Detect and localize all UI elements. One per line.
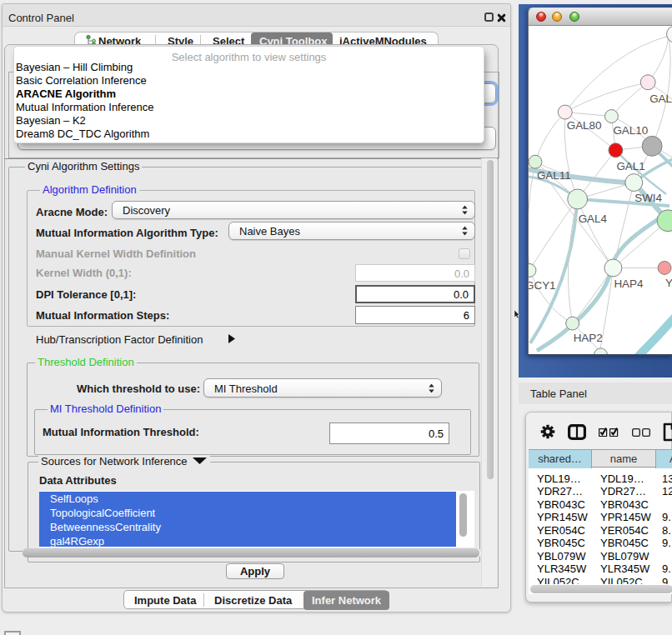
svg-text:GAL11: GAL11	[537, 169, 571, 182]
svg-text:HAP4: HAP4	[614, 278, 644, 290]
svg-text:Y: Y	[665, 277, 672, 289]
svg-text:GCY1: GCY1	[528, 279, 556, 292]
svg-text:SWI4: SWI4	[634, 192, 662, 204]
svg-text:GAL1: GAL1	[616, 160, 644, 172]
svg-text:GAL80: GAL80	[567, 119, 602, 132]
svg-text:GAL4: GAL4	[579, 212, 608, 225]
svg-text:GAL: GAL	[649, 92, 672, 105]
svg-text:HAP2: HAP2	[574, 332, 603, 344]
svg-text:GAL10: GAL10	[613, 124, 648, 137]
